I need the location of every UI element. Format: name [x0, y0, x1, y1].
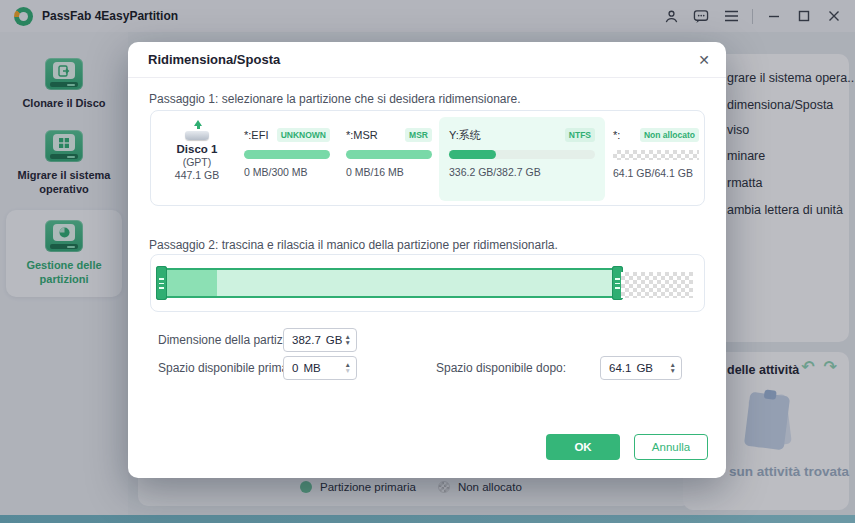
used-space-fill: [163, 270, 217, 296]
resize-slider-panel: [150, 254, 705, 312]
unallocated-badge: Non allocato: [640, 128, 699, 142]
partition-usage-text: 0 MB/16 MB: [346, 166, 432, 178]
spinner-unit: GB: [326, 334, 343, 346]
partition-unallocated-bar: [613, 150, 699, 160]
spinner-value: 382.7: [292, 334, 321, 346]
spinner-value: 64.1: [609, 362, 631, 374]
disk-strip-panel: Disco 1 (GPT) 447.1 GB *:EFI UNKNOWN 0 M…: [150, 110, 705, 206]
partition-y-selected[interactable]: Y:系统 NTFS 336.2 GB/382.7 GB: [439, 117, 605, 201]
step1-text: Passaggio 1: selezionare la partizione c…: [149, 92, 521, 106]
partition-usage-text: 64.1 GB/64.1 GB: [613, 167, 699, 179]
spinner-unit: MB: [303, 362, 320, 374]
ok-button[interactable]: OK: [546, 434, 620, 460]
dialog-close-icon[interactable]: ✕: [695, 51, 713, 69]
disk-name: Disco 1: [159, 143, 235, 155]
partition-msr[interactable]: *:MSR MSR 0 MB/16 MB: [346, 127, 432, 178]
hard-disk-icon: [184, 121, 210, 141]
dialog-title: Ridimensiona/Sposta: [148, 42, 280, 78]
partition-name: *:EFI: [244, 129, 268, 141]
partition-unallocated[interactable]: *: Non allocato 64.1 GB/64.1 GB: [613, 127, 699, 179]
cancel-button[interactable]: Annulla: [634, 434, 708, 460]
space-after-label: Spazio disponibile dopo:: [436, 356, 566, 380]
partition-name: Y:系统: [449, 128, 481, 143]
dialog-header: Ridimensiona/Sposta ✕: [128, 42, 726, 78]
spinner-arrows-icon[interactable]: ▲▼: [670, 362, 676, 374]
partition-usage-bar: [449, 150, 595, 159]
partition-size-spinner[interactable]: 382.7 GB ▲▼: [283, 328, 357, 352]
slider-left-handle[interactable]: [156, 266, 167, 300]
spinner-arrows-icon[interactable]: ▲▼: [345, 334, 351, 346]
spinner-unit: GB: [636, 362, 653, 374]
partition-usage-bar: [346, 150, 432, 159]
resize-move-dialog: Ridimensiona/Sposta ✕ Passaggio 1: selez…: [128, 42, 726, 478]
space-before-label: Spazio disponibile prima:: [158, 356, 291, 380]
disk-size: 447.1 GB: [159, 169, 235, 181]
partition-usage-text: 336.2 GB/382.7 GB: [449, 166, 595, 178]
partition-usage-text: 0 MB/300 MB: [244, 166, 330, 178]
filesystem-badge: NTFS: [565, 128, 595, 142]
step2-text: Passaggio 2: trascina e rilascia il mani…: [149, 238, 558, 252]
disk-type: (GPT): [159, 156, 235, 168]
partition-name: *:: [613, 129, 620, 141]
disk-info: Disco 1 (GPT) 447.1 GB: [159, 121, 235, 181]
partition-usage-bar: [244, 150, 330, 159]
spinner-value: 0: [292, 362, 298, 374]
slider-unallocated-area: [621, 272, 693, 298]
partition-name: *:MSR: [346, 129, 378, 141]
spinner-arrows-icon[interactable]: ▲▼: [345, 362, 351, 374]
space-after-spinner[interactable]: 64.1 GB ▲▼: [600, 356, 682, 380]
filesystem-badge: MSR: [405, 128, 432, 142]
partition-efi[interactable]: *:EFI UNKNOWN 0 MB/300 MB: [244, 127, 330, 178]
space-before-spinner[interactable]: 0 MB ▲▼: [283, 356, 357, 380]
filesystem-badge: UNKNOWN: [277, 128, 330, 142]
resize-slider-bar[interactable]: [161, 268, 618, 298]
